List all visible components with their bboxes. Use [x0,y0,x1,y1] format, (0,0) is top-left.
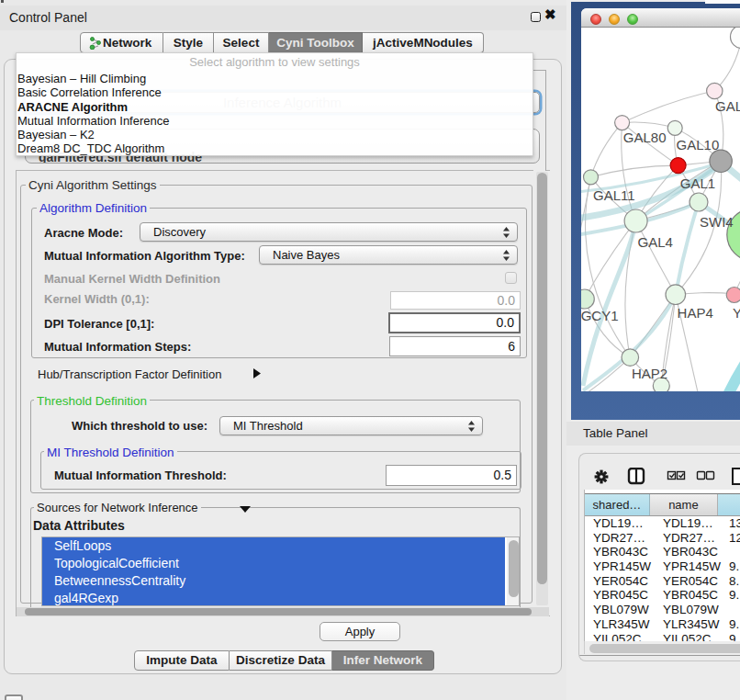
svg-text:HAP2: HAP2 [632,366,667,381]
svg-text:HAP4: HAP4 [678,305,713,321]
svg-text:YE: YE [733,305,740,321]
svg-text:GAL80: GAL80 [623,130,667,145]
svg-text:SWI4: SWI4 [700,214,734,230]
svg-text:GCY1: GCY1 [581,308,619,323]
svg-text:GAL4: GAL4 [638,234,673,250]
svg-text:GAL8: GAL8 [715,98,740,114]
svg-text:GAL10: GAL10 [677,137,720,152]
svg-text:GAL1: GAL1 [680,175,715,191]
svg-text:GAL11: GAL11 [593,187,635,203]
